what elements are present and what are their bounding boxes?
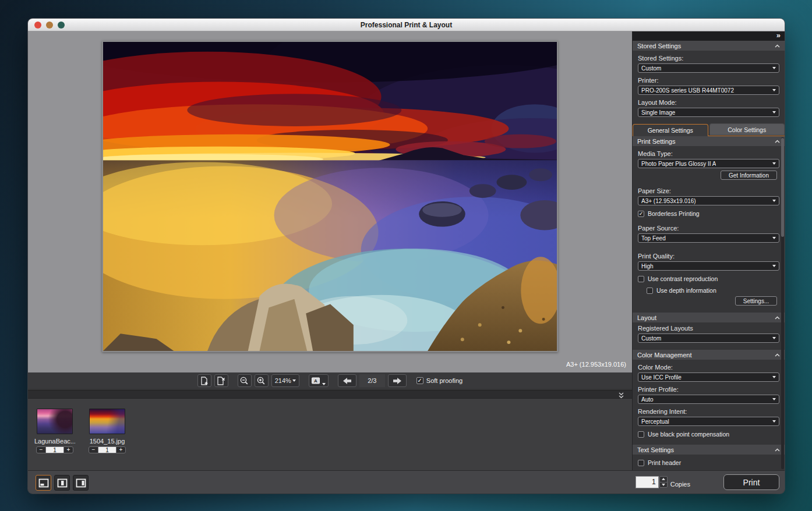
stored-settings-select[interactable]: Custom (638, 63, 779, 73)
print-button[interactable]: Print (723, 474, 779, 490)
layout-header[interactable]: Layout (633, 313, 785, 322)
black-point-compensation-checkbox[interactable] (638, 431, 644, 438)
view-mode-panel-button[interactable] (73, 475, 89, 491)
minimize-window-button[interactable] (46, 22, 53, 29)
svg-text:A: A (314, 378, 317, 384)
thumbnail-filename: LagunaBeac... (34, 438, 75, 445)
thumbnail-image[interactable] (89, 409, 125, 434)
depth-information-checkbox[interactable] (647, 288, 653, 294)
triangle-down-icon (662, 484, 665, 486)
contrast-reproduction-toggle[interactable]: Use contrast reproduction (638, 275, 779, 282)
text-badge-icon: A (311, 377, 321, 385)
text-settings-header[interactable]: Text Settings (633, 445, 785, 455)
zoom-out-button[interactable] (238, 374, 252, 387)
increment-button[interactable]: + (116, 446, 126, 453)
borderless-printing-checkbox[interactable]: ✓ (638, 211, 644, 217)
printer-select[interactable]: PRO-200S series USB R44MT0072 (638, 86, 779, 95)
soft-proofing-toggle[interactable]: ✓ Soft proofing (416, 377, 463, 384)
soft-proofing-checkbox[interactable]: ✓ (416, 377, 423, 384)
zoom-window-button[interactable] (58, 22, 65, 29)
color-management-header[interactable]: Color Management (633, 350, 785, 360)
thumbnail-item[interactable]: 1504_15.jpg − 1 + (89, 409, 126, 470)
arrow-left-icon (341, 377, 353, 385)
previous-page-button[interactable] (338, 374, 356, 387)
paper-source-label: Paper Source: (638, 225, 779, 232)
color-mode-select[interactable]: Use ICC Profile (638, 372, 779, 382)
bottom-bar: 1 Copies Print (28, 470, 785, 494)
thumbnail-item[interactable]: LagunaBeac... − 1 + (36, 409, 73, 470)
paper-size-label: Paper Size: (638, 187, 779, 194)
preview-image[interactable] (102, 41, 558, 352)
decrement-button[interactable]: − (36, 446, 46, 453)
close-window-button[interactable] (34, 22, 41, 29)
page-indicator: 2/3 (359, 374, 385, 387)
view-layout-buttons (36, 475, 89, 491)
caret-down-icon (772, 111, 776, 113)
decrement-button[interactable]: − (89, 446, 98, 453)
tab-general-settings[interactable]: General Settings (633, 124, 708, 136)
chevron-up-icon (775, 353, 780, 357)
layout-mode-select[interactable]: Single Image (638, 108, 779, 117)
view-mode-split-button[interactable] (54, 475, 70, 491)
rendering-intent-select[interactable]: Perceptual (638, 417, 779, 426)
image-caption-dropdown[interactable]: A (309, 374, 329, 387)
collapse-panel-button[interactable]: » (776, 31, 780, 40)
zoom-level-dropdown[interactable]: 214% (271, 374, 299, 387)
media-type-select[interactable]: Photo Paper Plus Glossy II A (638, 159, 779, 168)
copy-count-stepper: − 1 + (36, 446, 73, 453)
print-header-checkbox[interactable] (638, 460, 644, 466)
caret-down-icon (322, 383, 326, 385)
caret-down-icon (772, 89, 776, 91)
copy-count-value: 1 (98, 446, 116, 453)
black-point-compensation-toggle[interactable]: Use black point compensation (638, 431, 779, 438)
contrast-reproduction-checkbox[interactable] (638, 276, 644, 282)
printer-profile-label: Printer Profile: (638, 386, 779, 393)
get-information-button[interactable]: Get Information (721, 171, 777, 180)
chevron-up-icon (775, 140, 780, 143)
color-mode-label: Color Mode: (638, 364, 779, 371)
quality-settings-button[interactable]: Settings... (735, 296, 777, 306)
view-mode-thumbnails-button[interactable] (36, 475, 51, 491)
zoom-out-icon (239, 376, 249, 386)
window-title: Professional Print & Layout (361, 21, 452, 29)
media-type-label: Media Type: (638, 150, 779, 157)
rendering-intent-label: Rendering Intent: (638, 408, 779, 415)
borderless-printing-toggle[interactable]: ✓ Borderless Printing (638, 210, 779, 217)
thumbnail-collapse-bar[interactable] (28, 390, 632, 399)
print-preview-area: A3+ (12.953x19.016) (28, 31, 632, 372)
copies-decrement-button[interactable] (659, 482, 668, 488)
increment-button[interactable]: + (63, 446, 73, 453)
stored-settings-header[interactable]: Stored Settings (633, 41, 785, 51)
copies-input[interactable]: 1 (636, 476, 659, 488)
caret-down-icon (772, 398, 776, 400)
printer-label: Printer: (638, 77, 779, 84)
print-header-toggle[interactable]: Print header (638, 459, 779, 466)
panel-scrollbar-thumb[interactable] (781, 138, 784, 237)
registered-layouts-select[interactable]: Custom (638, 333, 779, 343)
thumbnail-filename: 1504_15.jpg (90, 438, 125, 445)
zoom-level-value: 214% (275, 377, 291, 384)
copies-spinner (659, 476, 668, 488)
thumbnail-image[interactable] (37, 409, 73, 434)
print-settings-header[interactable]: Print Settings (633, 136, 785, 146)
next-page-button[interactable] (388, 374, 407, 387)
settings-panel: » Stored Settings Stored Settings: Custo… (632, 31, 785, 470)
print-quality-select[interactable]: High (638, 261, 779, 271)
caret-down-icon (772, 200, 776, 202)
paper-size-select[interactable]: A3+ (12.953x19.016) (638, 196, 779, 205)
zoom-in-button[interactable] (255, 374, 269, 387)
add-image-button[interactable] (197, 374, 211, 387)
tab-color-settings[interactable]: Color Settings (709, 123, 785, 135)
depth-information-toggle[interactable]: Use depth information (647, 287, 779, 294)
printer-profile-select[interactable]: Auto (638, 395, 779, 404)
chevron-up-icon (775, 316, 780, 320)
chevron-up-icon (775, 44, 780, 48)
remove-image-button[interactable] (214, 374, 228, 387)
copies-increment-button[interactable] (659, 476, 668, 482)
triangle-up-icon (662, 478, 665, 480)
panel-top-strip: » (633, 31, 785, 41)
caret-down-icon (772, 420, 776, 423)
soft-proofing-label: Soft proofing (426, 377, 463, 384)
paper-source-select[interactable]: Top Feed (638, 233, 779, 243)
paper-size-readout: A3+ (12.953x19.016) (566, 361, 626, 368)
